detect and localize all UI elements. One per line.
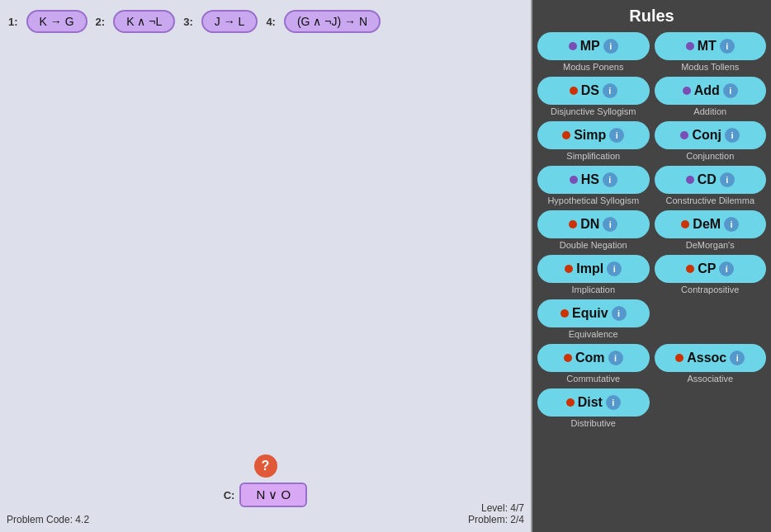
dot-icon-simp (562, 131, 570, 139)
rule-button-equiv[interactable]: Equivi (537, 299, 650, 327)
rule-name-simp: Simp (574, 128, 606, 143)
rule-label-add: Addition (693, 106, 726, 116)
premise-label-3: 3: (183, 16, 193, 28)
info-icon-mp[interactable]: i (603, 39, 618, 54)
dot-icon-assoc (675, 354, 683, 362)
premise-formula-2[interactable]: K ∧ ¬L (113, 10, 175, 33)
rule-cell-dn: DNiDouble Negation (537, 210, 650, 250)
info-icon-dist[interactable]: i (606, 395, 621, 410)
rule-name-cp: CP (698, 261, 716, 276)
rule-button-dem[interactable]: DeMi (655, 210, 767, 238)
rule-label-impl: Implication (571, 285, 615, 294)
rule-button-add[interactable]: Addi (655, 77, 767, 105)
rule-label-dem: DeMorgan's (686, 240, 735, 250)
rule-button-cp[interactable]: CPi (655, 255, 767, 283)
rule-cell-impl: ImpliImplication (537, 255, 650, 294)
rules-title: Rules (629, 7, 674, 26)
info-icon-simp[interactable]: i (609, 128, 624, 143)
rule-name-dem: DeM (693, 217, 721, 232)
premise-label-4: 4: (266, 16, 276, 28)
dot-icon-dist (566, 398, 575, 407)
rule-button-cd[interactable]: CDi (655, 166, 767, 194)
rule-name-dn: DN (580, 217, 599, 232)
rule-label-conj: Conjunction (686, 151, 734, 161)
rule-button-simp[interactable]: Simpi (537, 121, 650, 149)
rule-cell-conj: ConjiConjunction (655, 121, 767, 161)
rule-name-equiv: Equiv (572, 306, 608, 321)
info-icon-impl[interactable]: i (607, 261, 622, 276)
question-icon: ? (254, 454, 277, 478)
info-icon-cp[interactable]: i (719, 261, 734, 276)
premise-label-1: 1: (8, 16, 18, 28)
rule-name-cd: CD (698, 172, 717, 187)
rule-label-cd: Constructive Dilemma (665, 195, 754, 205)
rule-button-dist[interactable]: Disti (537, 388, 650, 417)
rule-button-hs[interactable]: HSi (537, 166, 650, 194)
rule-button-mt[interactable]: MTi (655, 32, 767, 60)
premise-formula-1[interactable]: K → G (26, 10, 88, 33)
rules-panel: Rules MPiModus PonensMTiModus TollensDSi… (532, 0, 771, 532)
rule-cell-add: AddiAddition (655, 77, 767, 116)
conclusion-row: C: N ∨ O (224, 483, 308, 507)
conclusion-formula: N ∨ O (239, 483, 307, 507)
dot-icon-dn (569, 220, 577, 228)
rule-name-ds: DS (581, 83, 599, 98)
rule-label-dist: Distributive (571, 418, 616, 428)
info-icon-add[interactable]: i (723, 83, 738, 98)
info-icon-equiv[interactable]: i (612, 306, 627, 321)
rule-button-com[interactable]: Comi (537, 344, 650, 372)
rule-name-com: Com (575, 351, 605, 365)
rule-button-dn[interactable]: DNi (537, 210, 650, 238)
rule-label-assoc: Associative (687, 374, 733, 384)
rule-label-mp: Modus Ponens (563, 62, 623, 72)
info-icon-mt[interactable]: i (720, 39, 735, 54)
rule-button-ds[interactable]: DSi (537, 77, 650, 105)
rule-cell-simp: SimpiSimplification (537, 121, 650, 161)
info-icon-cd[interactable]: i (720, 172, 735, 187)
dot-icon-mp (569, 42, 577, 50)
premise-label-2: 2: (96, 16, 106, 28)
rule-label-equiv: Equivalence (569, 329, 618, 339)
rule-label-simp: Simplification (566, 151, 620, 161)
rule-name-hs: HS (581, 172, 599, 187)
premise-formula-4[interactable]: (G ∧ ¬J) → N (284, 10, 381, 33)
rule-name-dist: Dist (578, 395, 603, 410)
rule-label-dn: Double Negation (560, 240, 627, 250)
rule-name-impl: Impl (576, 261, 603, 276)
dot-icon-mt (686, 42, 694, 50)
rule-cell-equiv: EquiviEquivalence (537, 299, 650, 339)
rule-name-mt: MT (698, 39, 717, 54)
info-icon-dn[interactable]: i (603, 217, 617, 232)
rule-button-assoc[interactable]: Associ (655, 344, 767, 372)
premises-row: 1:K → G2:K ∧ ¬L3:J → L4:(G ∧ ¬J) → N (0, 0, 531, 43)
rule-label-ds: Disjunctive Syllogism (551, 106, 636, 116)
rule-cell-com: ComiCommutative (537, 344, 650, 384)
rules-grid: MPiModus PonensMTiModus TollensDSiDisjun… (537, 32, 766, 428)
dot-icon-equiv (561, 309, 569, 318)
rule-button-mp[interactable]: MPi (537, 32, 650, 60)
info-icon-conj[interactable]: i (725, 128, 740, 143)
info-icon-hs[interactable]: i (603, 172, 617, 187)
dot-icon-add (683, 87, 691, 95)
dot-icon-dem (681, 220, 689, 228)
rule-name-mp: MP (580, 39, 600, 54)
dot-icon-hs (570, 176, 578, 184)
info-icon-assoc[interactable]: i (730, 351, 745, 365)
rule-cell-assoc: AssociAssociative (655, 344, 767, 384)
rule-cell-cd: CDiConstructive Dilemma (655, 166, 767, 205)
premise-formula-3[interactable]: J → L (201, 10, 258, 33)
rule-cell-dist: DistiDistributive (537, 388, 650, 428)
dot-icon-com (564, 354, 572, 362)
problem-code: Problem Code: 4.2 (7, 514, 89, 525)
info-icon-dem[interactable]: i (724, 217, 739, 232)
info-icon-com[interactable]: i (608, 351, 623, 365)
left-panel: 1:K → G2:K ∧ ¬L3:J → L4:(G ∧ ¬J) → N ? C… (0, 0, 532, 532)
dot-icon-ds (570, 87, 578, 95)
rule-cell-ds: DSiDisjunctive Syllogism (537, 77, 650, 116)
rule-cell-hs: HSiHypothetical Syllogism (537, 166, 650, 205)
info-icon-ds[interactable]: i (603, 83, 617, 98)
rule-button-impl[interactable]: Impli (537, 255, 650, 283)
rule-button-conj[interactable]: Conji (655, 121, 767, 149)
rule-cell-cp: CPiContrapositive (655, 255, 767, 294)
rule-cell-dem: DeMiDeMorgan's (655, 210, 767, 250)
